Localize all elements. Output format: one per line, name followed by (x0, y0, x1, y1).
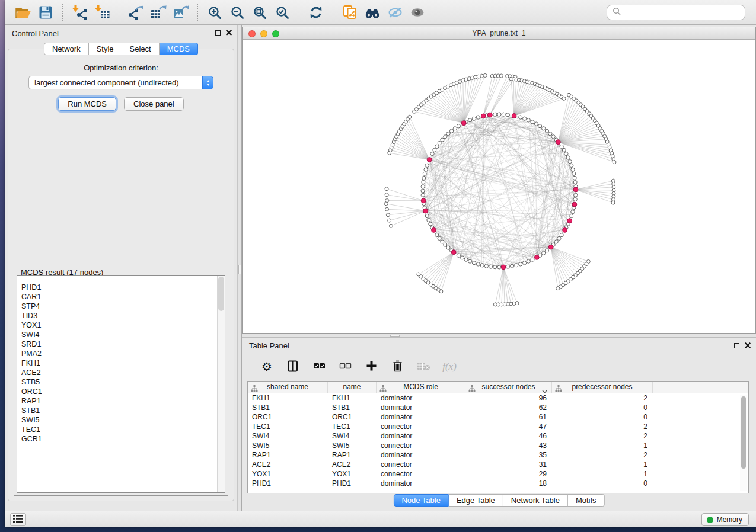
mcds-node-item[interactable]: FKH1 (21, 358, 225, 368)
table-scrollbar[interactable] (740, 395, 747, 491)
mcds-node-item[interactable]: SRD1 (21, 339, 225, 349)
float-panel-icon[interactable] (215, 30, 221, 36)
column-header-name[interactable]: name (328, 382, 377, 393)
mcds-node-item[interactable]: PHD1 (21, 283, 225, 292)
mcds-node-item[interactable]: SWI5 (21, 415, 225, 425)
mcds-node-item[interactable]: CAR1 (21, 292, 225, 302)
zoom-out-button[interactable] (226, 3, 248, 22)
mcds-node-item[interactable]: STP4 (21, 302, 225, 311)
column-header-shared-name[interactable]: shared name (248, 382, 328, 393)
table-row[interactable]: ACE2ACE2connector311 (248, 460, 748, 469)
mcds-node-item[interactable]: STB5 (21, 377, 225, 387)
status-bar: Memory (5, 511, 756, 527)
result-list-scrollbar[interactable] (217, 276, 225, 492)
deselect-all-rows-button[interactable] (332, 357, 358, 377)
save-session-button[interactable] (34, 3, 57, 22)
table-row[interactable]: PHD1PHD1dominator180 (248, 479, 748, 488)
float-panel-icon[interactable] (734, 343, 739, 348)
toggle-panel-layout-button[interactable] (280, 357, 306, 377)
criterion-dropdown[interactable]: largest connected component (undirected) (28, 76, 213, 89)
workspace-area: YPA_prune.txt_1 Table Panel ⚙ f(x (242, 25, 756, 511)
tab-network[interactable]: Network (44, 43, 89, 55)
delete-table-button-disabled[interactable] (410, 357, 436, 377)
tab-edge-table[interactable]: Edge Table (449, 494, 503, 507)
network-window-titlebar[interactable]: YPA_prune.txt_1 (243, 27, 755, 40)
mcds-node-item[interactable]: YOX1 (21, 321, 225, 330)
mcds-node-item[interactable]: STB1 (21, 406, 225, 415)
maximize-window-icon[interactable] (272, 30, 279, 37)
memory-button[interactable]: Memory (701, 513, 749, 526)
network-canvas[interactable] (243, 40, 755, 333)
export-network-button[interactable] (125, 3, 147, 22)
zoom-in-button[interactable] (203, 3, 226, 22)
column-header-predecessor-nodes[interactable]: predecessor nodes (552, 382, 653, 393)
mcds-node-item[interactable]: GCR1 (21, 434, 225, 444)
vertical-splitter[interactable] (237, 25, 242, 511)
delete-columns-button[interactable] (384, 357, 410, 377)
refresh-view-button[interactable] (305, 3, 327, 22)
select-all-rows-button[interactable] (306, 357, 332, 377)
table-row[interactable]: TEC1TEC1connector472 (248, 422, 748, 431)
table-row[interactable]: FKH1FKH1dominator962 (248, 393, 748, 403)
control-panel-title: Control Panel (12, 29, 59, 38)
tab-node-table[interactable]: Node Table (393, 494, 449, 507)
zoom-selected-button[interactable] (271, 3, 294, 22)
splitter-handle[interactable] (390, 335, 400, 337)
close-panel-icon[interactable] (226, 30, 232, 36)
tab-network-table[interactable]: Network Table (503, 494, 568, 507)
mcds-node-item[interactable]: RAP1 (21, 396, 225, 406)
table-row[interactable]: SWI5SWI5connector431 (248, 441, 748, 450)
column-header-mcds-role[interactable]: MCDS role (377, 382, 465, 393)
close-panel-icon[interactable] (745, 342, 751, 348)
tab-mcds[interactable]: MCDS (160, 43, 198, 55)
minimize-window-icon[interactable] (260, 30, 267, 37)
show-all-button[interactable] (406, 3, 429, 22)
control-panel-tabs: NetworkStyleSelectMCDS (44, 43, 198, 55)
eye-slash-icon (388, 6, 403, 19)
mcds-result-group: MCDS result (17 nodes) PHD1CAR1STP4TID3Y… (14, 273, 228, 496)
table-row[interactable]: ORC1ORC1dominator610 (248, 412, 748, 422)
mcds-node-item[interactable]: PMA2 (21, 349, 225, 358)
search-box[interactable] (607, 5, 745, 20)
open-folder-icon (15, 5, 31, 20)
tab-select[interactable]: Select (122, 43, 160, 55)
close-window-icon[interactable] (248, 30, 256, 37)
task-history-button[interactable] (10, 513, 26, 526)
scrollbar-thumb[interactable] (741, 396, 746, 469)
export-table-button[interactable] (147, 3, 170, 22)
import-table-button[interactable] (91, 3, 113, 22)
table-row[interactable]: SWI4SWI4dominator462 (248, 431, 748, 441)
open-file-button[interactable] (12, 3, 34, 22)
refresh-icon (309, 5, 323, 20)
first-neighbors-button[interactable] (361, 3, 384, 22)
attribute-icon (555, 384, 562, 395)
import-network-button[interactable] (68, 3, 91, 22)
mcds-node-item[interactable]: TID3 (21, 311, 225, 321)
hide-selected-button[interactable] (384, 3, 406, 22)
horizontal-splitter[interactable] (242, 334, 756, 338)
function-builder-button-disabled[interactable]: f(x) (436, 357, 462, 377)
export-image-button[interactable] (170, 3, 192, 22)
close-panel-button[interactable]: Close panel (124, 97, 184, 111)
mcds-node-item[interactable]: ACE2 (21, 368, 225, 377)
node-table: shared namenameMCDS rolesuccessor nodesp… (247, 381, 749, 493)
search-input[interactable] (624, 8, 739, 17)
create-column-button[interactable] (358, 357, 384, 377)
clone-network-button[interactable] (339, 3, 361, 22)
toolbar-separator (333, 4, 333, 21)
mcds-node-item[interactable]: TEC1 (21, 425, 225, 434)
checked-boxes-icon (313, 360, 326, 374)
column-header-successor-nodes[interactable]: successor nodes (465, 382, 552, 393)
mcds-node-item[interactable]: ORC1 (21, 387, 225, 396)
run-mcds-button[interactable]: Run MCDS (58, 97, 116, 111)
table-row[interactable]: RAP1RAP1dominator352 (248, 450, 748, 460)
zoom-fit-button[interactable] (248, 3, 271, 22)
table-row[interactable]: YOX1YOX1connector291 (248, 469, 748, 479)
tab-style[interactable]: Style (89, 43, 122, 55)
tab-motifs[interactable]: Motifs (568, 494, 605, 507)
mcds-node-item[interactable]: SWI4 (21, 330, 225, 339)
table-settings-button[interactable]: ⚙ (254, 357, 280, 377)
splitter-handle[interactable] (238, 265, 241, 274)
binoculars-icon (364, 6, 381, 19)
table-row[interactable]: STB1STB1dominator620 (248, 403, 748, 412)
